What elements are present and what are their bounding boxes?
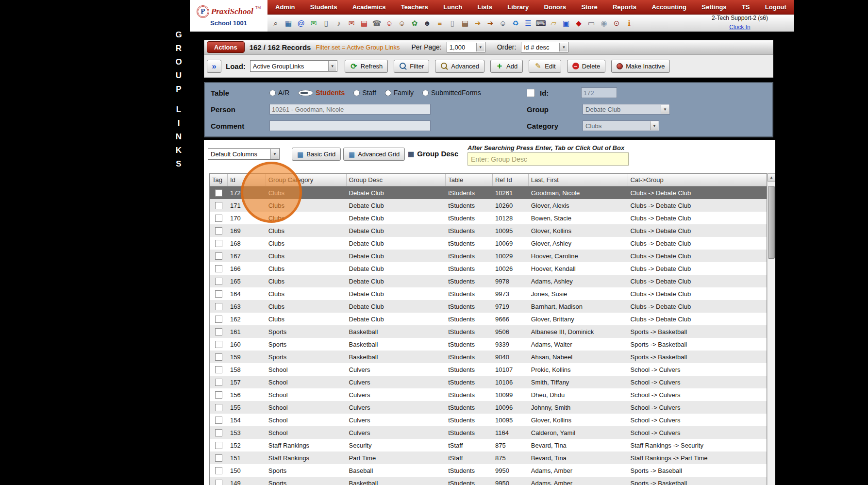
print-icon[interactable]: ▭ bbox=[587, 18, 596, 29]
row-checkbox[interactable] bbox=[215, 429, 222, 436]
radio-staff[interactable]: Staff bbox=[353, 89, 376, 97]
app-logo[interactable]: P PraxiSchool TM School 1001 bbox=[190, 0, 267, 32]
parent-icon[interactable]: ☺ bbox=[398, 18, 406, 29]
table-row-157[interactable]: 157SchoolCulverstStudents10106Smith, Tif… bbox=[210, 376, 767, 388]
nav-item-logout[interactable]: Logout bbox=[765, 3, 786, 11]
row-checkbox[interactable] bbox=[215, 215, 222, 222]
row-checkbox[interactable] bbox=[215, 480, 222, 485]
export-icon[interactable]: ➔ bbox=[486, 18, 495, 29]
row-checkbox[interactable] bbox=[215, 290, 222, 298]
table-row-153[interactable]: 153SchoolCulverstStudents1164Calderon, Y… bbox=[210, 426, 767, 439]
advanced-grid-button[interactable]: ▦ Advanced Grid bbox=[343, 148, 405, 161]
keyboard-icon[interactable]: ⌨ bbox=[536, 18, 545, 29]
clock-in-link[interactable]: Clock In bbox=[729, 24, 750, 31]
table-row-156[interactable]: 156SchoolCulverstStudents10099Dheu, Dhdu… bbox=[210, 388, 767, 401]
table-row-167[interactable]: 167ClubsDebate ClubtStudents10029Hoover,… bbox=[210, 250, 767, 262]
id-field[interactable] bbox=[581, 87, 617, 98]
scroll-up-button[interactable]: ▲ bbox=[768, 173, 775, 182]
media-icon[interactable]: ▣ bbox=[562, 18, 570, 29]
scrollbar-thumb[interactable] bbox=[768, 186, 775, 259]
leaf-icon[interactable]: ✿ bbox=[410, 18, 419, 29]
chat-icon[interactable]: ✉ bbox=[309, 18, 318, 29]
nav-item-teachers[interactable]: Teachers bbox=[401, 3, 428, 11]
table-row-166[interactable]: 166ClubsDebate ClubtStudents10026Hoover,… bbox=[210, 262, 767, 275]
filter-button[interactable]: Filter bbox=[394, 60, 429, 73]
nav-item-accounting[interactable]: Accounting bbox=[651, 3, 686, 11]
table-row-162[interactable]: 162ClubsDebate ClubtStudents9666Glover, … bbox=[210, 313, 767, 325]
audio-icon[interactable]: ♪ bbox=[334, 18, 343, 29]
expand-button[interactable]: » bbox=[207, 60, 221, 73]
row-checkbox[interactable] bbox=[215, 404, 222, 411]
radio-a-r[interactable]: A/R bbox=[269, 89, 289, 97]
clock-icon[interactable]: ⊙ bbox=[612, 18, 621, 29]
table-row-160[interactable]: 160SportsBasketballtStudents9339Adams, W… bbox=[210, 338, 767, 351]
table-row-149[interactable]: 149SportsBasketballtStudents9950Adams, A… bbox=[210, 477, 767, 485]
nav-item-lunch[interactable]: Lunch bbox=[443, 3, 462, 11]
sync-icon[interactable]: ♻ bbox=[511, 18, 520, 29]
info-icon[interactable]: ℹ bbox=[625, 18, 634, 29]
category-select[interactable]: Clubs bbox=[583, 120, 659, 131]
nav-item-academics[interactable]: Academics bbox=[352, 3, 386, 11]
nav-item-store[interactable]: Store bbox=[581, 3, 597, 11]
staff-icon[interactable]: ☻ bbox=[423, 18, 432, 29]
delete-button[interactable]: Delete bbox=[567, 60, 606, 73]
advanced-button[interactable]: Advanced bbox=[435, 60, 484, 73]
row-checkbox[interactable] bbox=[215, 417, 222, 424]
comment-field[interactable] bbox=[269, 120, 431, 131]
person-field[interactable] bbox=[269, 104, 431, 115]
group-desc-search-input[interactable] bbox=[467, 152, 629, 166]
nav-item-settings[interactable]: Settings bbox=[701, 3, 726, 11]
radio-submittedforms[interactable]: SubmittedForms bbox=[422, 89, 481, 97]
radio-family[interactable]: Family bbox=[385, 89, 414, 97]
load-select[interactable]: Active GroupLinks bbox=[250, 60, 337, 72]
table-row-168[interactable]: 168ClubsDebate ClubtStudents10069Glover,… bbox=[210, 237, 767, 250]
row-checkbox[interactable] bbox=[215, 252, 222, 260]
table-row-150[interactable]: 150SportsBaseballtStudents9950Adams, Amb… bbox=[210, 464, 767, 477]
column-header-cat-group[interactable]: Cat->Group bbox=[628, 174, 767, 186]
nav-item-reports[interactable]: Reports bbox=[613, 3, 636, 11]
row-checkbox[interactable] bbox=[215, 454, 222, 462]
table-row-171[interactable]: 171ClubsDebate ClubtStudents10260Glover,… bbox=[210, 199, 767, 212]
row-checkbox[interactable] bbox=[215, 202, 222, 209]
radio-students[interactable]: Students bbox=[298, 89, 345, 97]
student-icon[interactable]: ☺ bbox=[385, 18, 394, 29]
per-page-select[interactable]: 1,000 bbox=[447, 42, 485, 52]
row-checkbox[interactable] bbox=[215, 328, 222, 335]
row-checkbox[interactable] bbox=[215, 391, 222, 399]
table-row-151[interactable]: 151Staff RankingsPart TimetStaff875Bevar… bbox=[210, 452, 767, 464]
row-checkbox[interactable] bbox=[215, 316, 222, 323]
row-checkbox[interactable] bbox=[215, 353, 222, 361]
nav-item-library[interactable]: Library bbox=[507, 3, 529, 11]
row-checkbox[interactable] bbox=[215, 265, 222, 272]
column-header-id[interactable]: Id bbox=[228, 174, 266, 186]
row-checkbox[interactable] bbox=[215, 303, 222, 310]
nav-item-students[interactable]: Students bbox=[310, 3, 337, 11]
cd-icon[interactable]: ◉ bbox=[600, 18, 608, 29]
column-header-last-first[interactable]: Last, First bbox=[529, 174, 628, 186]
award-icon[interactable]: ➔ bbox=[473, 18, 482, 29]
table-row-158[interactable]: 158SchoolCulverstStudents10107Prokic, Ko… bbox=[210, 363, 767, 376]
row-checkbox[interactable] bbox=[215, 467, 222, 474]
list-icon[interactable]: ☰ bbox=[524, 18, 533, 29]
device-icon[interactable]: ▯ bbox=[448, 18, 457, 29]
row-checkbox[interactable] bbox=[215, 366, 222, 373]
row-checkbox[interactable] bbox=[215, 442, 222, 449]
column-header-table[interactable]: Table bbox=[446, 174, 493, 186]
row-checkbox[interactable] bbox=[215, 341, 222, 348]
table-row-164[interactable]: 164ClubsDebate ClubtStudents9973Jones, S… bbox=[210, 287, 767, 300]
table-row-163[interactable]: 163ClubsDebate ClubtStudents9719Barnhart… bbox=[210, 300, 767, 313]
add-button[interactable]: Add bbox=[490, 60, 523, 73]
column-header-group-desc[interactable]: Group Desc bbox=[347, 174, 446, 186]
make-inactive-button[interactable]: Make Inactive bbox=[611, 60, 670, 73]
nav-item-admin[interactable]: Admin bbox=[275, 3, 295, 11]
column-header-group-category[interactable]: Group Category bbox=[266, 174, 347, 186]
pdf-icon[interactable]: ◆ bbox=[574, 18, 583, 29]
scrollbar-track[interactable]: ▲ bbox=[767, 173, 775, 485]
calendar-icon[interactable]: ▦ bbox=[284, 18, 293, 29]
search-icon[interactable]: ⌕ bbox=[271, 18, 280, 29]
row-checkbox[interactable] bbox=[215, 227, 222, 234]
table-row-161[interactable]: 161SportsBasketballtStudents9506Albanese… bbox=[210, 325, 767, 338]
columns-select[interactable]: Default Columns bbox=[208, 148, 280, 160]
nav-item-donors[interactable]: Donors bbox=[544, 3, 567, 11]
edit-button[interactable]: Edit bbox=[529, 60, 561, 73]
